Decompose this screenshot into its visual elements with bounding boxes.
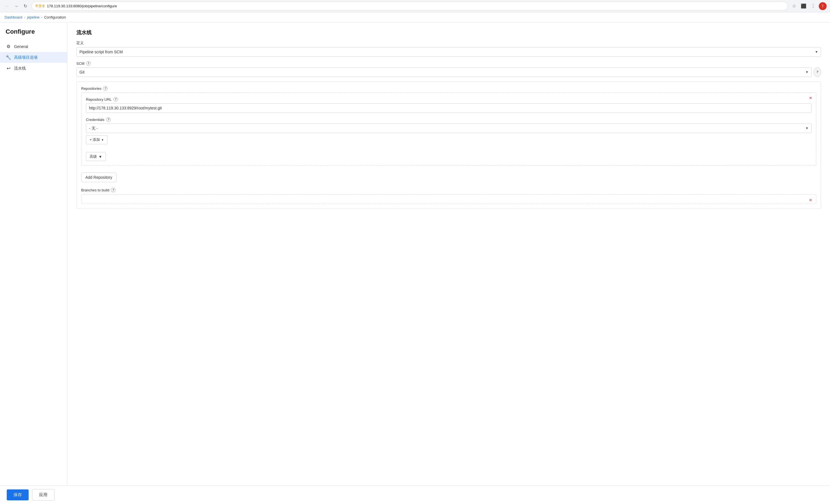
sidebar-label-pipeline: 流水线 — [14, 66, 26, 71]
sidebar-label-general: General — [14, 44, 28, 49]
branches-help-icon[interactable]: ? — [111, 188, 116, 192]
credentials-select-wrapper: - 无 - ▼ — [86, 124, 811, 133]
url-text: 178.119.30.133:8080/job/pipeline/configu… — [47, 4, 117, 8]
refresh-button[interactable]: ↻ — [21, 2, 29, 10]
credentials-label: Credentials ? — [86, 117, 811, 122]
credentials-help-icon[interactable]: ? — [106, 117, 110, 122]
repo-url-input[interactable] — [86, 103, 811, 113]
scm-right-help-icon[interactable]: ? — [814, 67, 821, 77]
breadcrumb-sep-2: › — [41, 15, 42, 20]
breadcrumb-dashboard[interactable]: Dashboard — [4, 15, 23, 20]
section-title: 流水线 — [76, 29, 821, 36]
browser-actions: ☆ ⬛ ⋮ T — [790, 2, 827, 10]
scm-help-icon[interactable]: ? — [86, 61, 91, 66]
main-content: 流水线 定义 Pipeline script from SCM Pipeline… — [67, 23, 830, 504]
repo-close-button[interactable]: ✕ — [807, 95, 814, 101]
definition-label: 定义 — [76, 40, 821, 45]
sidebar-title: Configure — [0, 28, 67, 41]
credentials-select[interactable]: - 无 - — [86, 124, 811, 133]
address-bar[interactable]: 不安全 178.119.30.133:8080/job/pipeline/con… — [31, 2, 788, 10]
save-button[interactable]: 保存 — [7, 490, 29, 500]
add-repository-label: Add Repository — [85, 175, 112, 179]
browser-chrome: ← → ↻ 不安全 178.119.30.133:8080/job/pipeli… — [0, 0, 830, 12]
branches-card: ✕ — [81, 195, 816, 204]
definition-field-group: 定义 Pipeline script from SCM Pipeline scr… — [76, 40, 821, 57]
sidebar-item-general[interactable]: ⚙ General — [0, 41, 67, 52]
repositories-label: Repositories ? — [81, 86, 816, 91]
back-button[interactable]: ← — [3, 2, 11, 10]
add-repository-button[interactable]: Add Repository — [81, 173, 117, 182]
scm-select-wrapper: Git None Subversion ▼ — [76, 67, 811, 77]
repositories-section: Repositories ? ✕ Repository URL ? — [76, 81, 821, 209]
repo-url-help-icon[interactable]: ? — [114, 97, 118, 102]
branches-close-button[interactable]: ✕ — [807, 197, 814, 203]
definition-select-wrapper: Pipeline script from SCM Pipeline script… — [76, 47, 821, 57]
page-wrapper: Dashboard › pipeline › Configuration Con… — [0, 12, 830, 504]
scm-row: Git None Subversion ▼ ? — [76, 67, 821, 77]
credentials-field-group: Credentials ? - 无 - ▼ + 添加 ▼ — [86, 117, 811, 144]
bottom-bar: 保存 应用 — [0, 485, 830, 504]
menu-button[interactable]: ⋮ — [809, 2, 817, 10]
advanced-toggle-button[interactable]: 高级 ▼ — [86, 152, 106, 161]
scm-label: SCM ? — [76, 61, 821, 66]
sidebar-item-advanced[interactable]: 🔧 高级项目选项 — [0, 52, 67, 63]
add-credentials-label: + 添加 — [90, 137, 100, 142]
sidebar-item-pipeline[interactable]: ↩ 流水线 — [0, 63, 67, 74]
advanced-arrow-icon: ▼ — [99, 155, 102, 159]
breadcrumb-sep-1: › — [24, 15, 25, 20]
forward-button[interactable]: → — [12, 2, 20, 10]
definition-select[interactable]: Pipeline script from SCM Pipeline script — [76, 47, 821, 57]
scm-select[interactable]: Git None Subversion — [76, 67, 811, 77]
add-credentials-arrow: ▼ — [101, 138, 104, 141]
repo-card: ✕ Repository URL ? Credentials ? — [81, 92, 816, 166]
main-wrapper: Configure ⚙ General 🔧 高级项目选项 ↩ 流水线 流水线 定… — [0, 23, 830, 504]
add-credentials-button[interactable]: + 添加 ▼ — [86, 135, 107, 144]
branches-label: Branches to build ? — [81, 188, 816, 192]
security-warning: 不安全 — [35, 4, 45, 8]
sidebar: Configure ⚙ General 🔧 高级项目选项 ↩ 流水线 — [0, 23, 67, 504]
repo-url-label: Repository URL ? — [86, 97, 811, 102]
breadcrumb-pipeline[interactable]: pipeline — [27, 15, 40, 20]
advanced-label: 高级 — [90, 154, 97, 159]
bookmark-button[interactable]: ☆ — [790, 2, 798, 10]
repositories-help-icon[interactable]: ? — [103, 86, 107, 91]
nav-buttons: ← → ↻ — [3, 2, 29, 10]
apply-button[interactable]: 应用 — [32, 489, 55, 501]
breadcrumb: Dashboard › pipeline › Configuration — [0, 12, 830, 23]
pipeline-icon: ↩ — [6, 66, 11, 71]
user-avatar[interactable]: T — [819, 2, 827, 10]
wrench-icon: 🔧 — [6, 55, 11, 60]
scm-field-group: SCM ? Git None Subversion ▼ ? — [76, 61, 821, 77]
repo-url-field-group: Repository URL ? — [86, 97, 811, 113]
extensions-button[interactable]: ⬛ — [800, 2, 807, 10]
gear-icon: ⚙ — [6, 44, 11, 49]
breadcrumb-current: Configuration — [44, 15, 66, 20]
sidebar-label-advanced: 高级项目选项 — [14, 55, 38, 60]
